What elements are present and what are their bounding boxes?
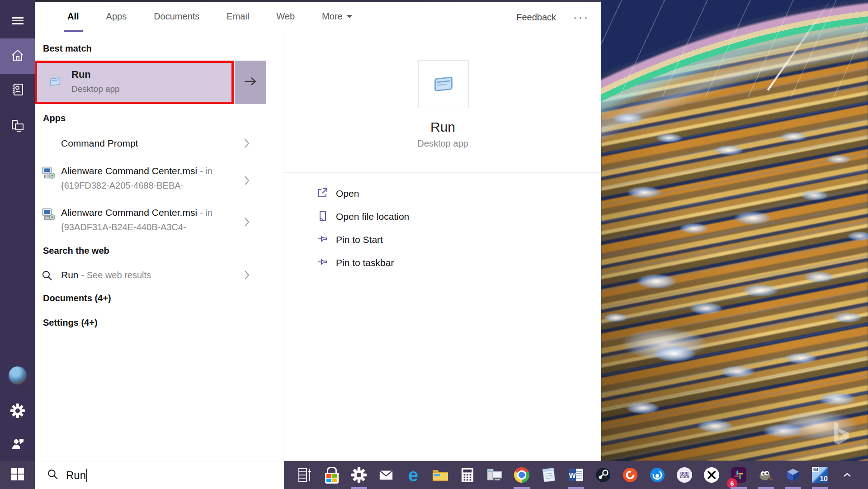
result-title: Command Prompt — [61, 138, 138, 149]
home-icon — [11, 49, 24, 63]
tab-email[interactable]: Email — [223, 2, 253, 32]
taskbar-word-icon[interactable]: W — [562, 461, 590, 489]
taskbar-origin-icon[interactable] — [617, 461, 644, 489]
preview-subtitle: Desktop app — [284, 138, 601, 149]
running-indicator — [731, 487, 747, 489]
running-indicator — [514, 487, 530, 489]
taskbar-calculator-icon[interactable] — [454, 461, 481, 489]
chevron-down-icon — [347, 15, 352, 18]
chevron-right-icon — [244, 175, 250, 188]
tab-documents[interactable]: Documents — [150, 2, 203, 32]
run-app-icon-large — [432, 73, 455, 95]
window-top-edge — [35, 0, 601, 2]
best-match-title: Run — [71, 69, 91, 81]
tab-more[interactable]: More — [318, 2, 356, 32]
taskbar-xbox-icon[interactable] — [698, 461, 725, 489]
start-button[interactable] — [0, 461, 35, 489]
taskbar-my-computer-icon[interactable] — [481, 461, 508, 489]
search-input[interactable]: Run — [35, 461, 284, 489]
feedback-button[interactable] — [0, 430, 35, 459]
result-title: Alienware Command Center.msi — [61, 207, 197, 218]
taskbar-steam-icon[interactable] — [590, 461, 617, 489]
documents-section-expander[interactable]: Documents (4+) — [43, 293, 111, 304]
search-results-panel: Best match Run Desktop app Apps Com — [35, 0, 284, 461]
feedback-link[interactable]: Feedback — [516, 12, 556, 23]
sidebar — [0, 0, 35, 489]
result-meta: - in — [200, 208, 212, 218]
result-preview-panel: Run Desktop app Open Open file location — [284, 0, 601, 461]
taskbar-uplay-icon[interactable] — [644, 461, 671, 489]
best-match-section-label: Best match — [43, 43, 92, 54]
taskbar-mail-icon[interactable] — [373, 461, 400, 489]
settings-section-expander[interactable]: Settings (4+) — [43, 318, 98, 328]
chevron-right-icon — [244, 217, 250, 229]
best-match-expand-button[interactable] — [235, 61, 266, 104]
taskbar-virtualbox-icon[interactable] — [779, 461, 807, 489]
taskbar-gimp-icon[interactable] — [752, 461, 779, 489]
action-pin-to-taskbar[interactable]: Pin to taskbar — [284, 251, 601, 274]
result-title: Alienware Command Center.msi — [61, 166, 197, 176]
search-icon — [41, 270, 53, 283]
taskbar-file-explorer-icon[interactable] — [427, 461, 454, 489]
best-match-subtitle: Desktop app — [71, 84, 120, 94]
action-label: Open — [336, 188, 359, 199]
sidebar-item-notebook[interactable] — [0, 76, 35, 105]
apps-section-label: Apps — [43, 113, 66, 123]
settings-button[interactable] — [0, 397, 35, 426]
result-meta: - in — [200, 166, 212, 176]
search-query-text: Run — [66, 469, 86, 482]
taskbar-edge-icon[interactable]: e — [400, 461, 427, 489]
hamburger-menu-button[interactable] — [0, 6, 35, 35]
open-icon — [317, 187, 329, 200]
taskbar-microsoft-store-icon[interactable] — [318, 461, 345, 489]
pin-icon — [317, 256, 329, 270]
action-open-file-location[interactable]: Open file location — [284, 205, 601, 228]
more-options-button[interactable]: ··· — [573, 11, 590, 24]
taskbar-chrome-icon[interactable] — [508, 461, 535, 489]
tab-all[interactable]: All — [64, 2, 83, 32]
taskbar: e W gogcom 6 6410 — [284, 461, 868, 489]
action-label: Pin to taskbar — [336, 257, 394, 268]
result-alienware-msi-1[interactable]: Alienware Command Center.msi- in {619FD3… — [35, 162, 274, 201]
tab-more-label: More — [322, 11, 343, 22]
msi-installer-icon — [41, 207, 56, 223]
action-pin-to-start[interactable]: Pin to Start — [284, 228, 601, 251]
taskbar-notepad-icon[interactable] — [535, 461, 562, 489]
sidebar-item-devices[interactable] — [0, 112, 35, 141]
tab-apps[interactable]: Apps — [103, 2, 131, 32]
wallpaper-star-streaks — [601, 0, 868, 97]
chevron-right-icon — [244, 138, 250, 151]
taskbar-winver-64bit-icon[interactable]: 6410 — [807, 461, 834, 489]
result-meta: - See web results — [81, 270, 151, 280]
taskbar-gog-icon[interactable]: gogcom — [671, 461, 698, 489]
action-label: Pin to Start — [336, 234, 383, 245]
taskbar-slack-icon[interactable]: 6 — [725, 461, 752, 489]
result-command-prompt[interactable]: Command Prompt — [35, 131, 274, 157]
sidebar-item-home[interactable] — [0, 38, 35, 74]
taskbar-tray-expand-icon[interactable] — [834, 461, 861, 489]
result-alienware-msi-2[interactable]: Alienware Command Center.msi- in {93ADF3… — [35, 204, 274, 242]
preview-app-tile — [418, 60, 469, 108]
preview-title: Run — [284, 119, 601, 135]
taskbar-task-view-icon[interactable] — [291, 461, 318, 489]
file-location-icon — [317, 210, 329, 223]
windows-logo-icon — [11, 468, 24, 482]
result-web-search-run[interactable]: Run- See web results — [35, 263, 274, 289]
divider — [284, 172, 601, 173]
filter-tabs: All Apps Documents Email Web More — [35, 2, 356, 32]
person-feedback-icon — [11, 437, 24, 451]
windows-search-screen: All Apps Documents Email Web More Feedba… — [0, 0, 868, 489]
web-section-label: Search the web — [43, 246, 109, 256]
user-avatar[interactable] — [0, 361, 35, 390]
running-indicator — [785, 487, 801, 489]
tab-web[interactable]: Web — [273, 2, 298, 32]
taskbar-settings-icon[interactable] — [345, 461, 373, 489]
svg-text:W: W — [569, 472, 576, 480]
action-label: Open file location — [336, 211, 409, 222]
running-indicator — [758, 487, 774, 489]
action-open[interactable]: Open — [284, 182, 601, 205]
best-match-result-run[interactable]: Run Desktop app — [35, 61, 234, 104]
pin-icon — [317, 233, 329, 247]
context-actions: Open Open file location Pin to Start — [284, 182, 601, 274]
result-path: {619FD382-A205-4688-BEBA- — [61, 180, 184, 191]
